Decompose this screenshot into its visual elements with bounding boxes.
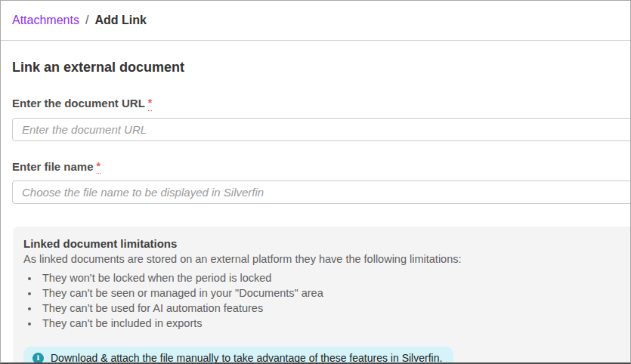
limitations-panel: Linked document limitations As linked do… (13, 227, 631, 364)
file-name-label-text: Enter file name (12, 160, 94, 173)
info-circle-icon: i (32, 353, 44, 364)
info-icon-glyph: i (37, 354, 40, 362)
breadcrumb-current-page: Add Link (94, 14, 146, 27)
info-banner: i Download & attach the file manually to… (23, 347, 453, 364)
document-url-label-text: Enter the document URL (12, 97, 145, 110)
document-url-input[interactable] (12, 118, 631, 141)
limitations-title: Linked document limitations (23, 237, 626, 250)
page-title: Link an external document (12, 60, 630, 76)
required-asterisk: * (97, 160, 101, 174)
add-link-page: { "breadcrumb": { "link_label": "Attachm… (0, 0, 631, 364)
list-item: They won't be locked when the period is … (39, 270, 626, 285)
main-content: Link an external document Enter the docu… (1, 41, 630, 364)
limitations-list: They won't be locked when the period is … (23, 270, 626, 331)
field-file-name: Enter file name * (12, 160, 630, 205)
breadcrumb-separator: / (85, 14, 88, 27)
file-name-input[interactable] (12, 180, 631, 204)
breadcrumb: Attachments / Add Link (1, 1, 630, 41)
list-item: They can't be used for AI automation fea… (39, 301, 626, 316)
breadcrumb-link-attachments[interactable]: Attachments (12, 14, 79, 27)
list-item: They can't be included in exports (39, 316, 626, 331)
limitations-intro: As linked documents are stored on an ext… (23, 253, 626, 265)
list-item: They can't be seen or managed in your "D… (39, 285, 626, 301)
file-name-label: Enter file name * (12, 160, 101, 174)
document-url-label: Enter the document URL * (12, 97, 152, 111)
info-banner-text: Download & attach the file manually to t… (51, 352, 442, 364)
field-document-url: Enter the document URL * (12, 97, 630, 141)
required-asterisk: * (148, 97, 152, 111)
